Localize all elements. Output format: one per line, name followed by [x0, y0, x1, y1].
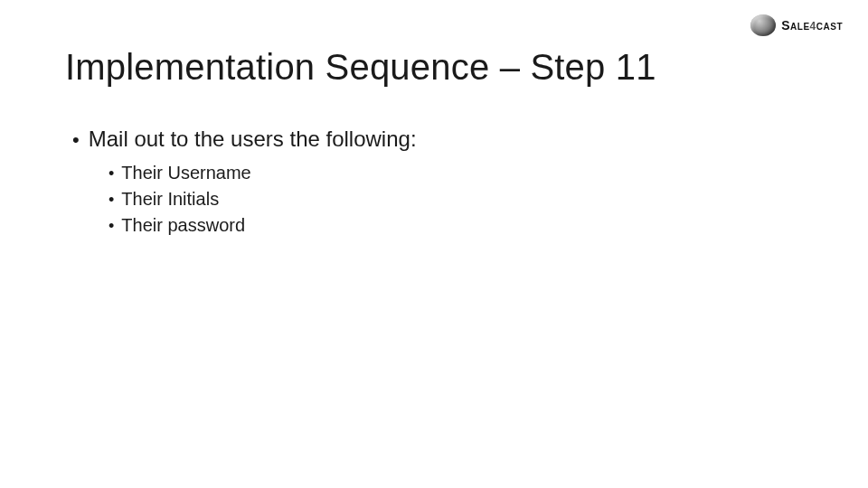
bullet-level1: Mail out to the users the following: [72, 127, 417, 153]
slide-title: Implementation Sequence – Step 11 [65, 47, 656, 88]
bullet-dot-icon [72, 127, 80, 153]
bullet-text: Their Username [121, 160, 250, 185]
brand-text-part1: Sale [781, 18, 809, 33]
bullet-level2: Their Username [108, 160, 417, 186]
bullet-dot-icon [108, 212, 114, 239]
brand-wordmark: Sale 4 cast [781, 18, 843, 33]
globe-icon [750, 14, 776, 36]
bullet-level2: Their password [108, 212, 417, 239]
brand-text-part2: 4 [810, 20, 816, 33]
slide-body: Mail out to the users the following: The… [72, 127, 417, 239]
brand-text-part3: cast [816, 18, 843, 33]
slide: Sale 4 cast Implementation Sequence – St… [0, 0, 868, 488]
sub-bullet-list: Their Username Their Initials Their pass… [108, 160, 417, 239]
bullet-text: Their password [121, 212, 245, 238]
bullet-text: Their Initials [121, 186, 219, 211]
bullet-level2: Their Initials [108, 186, 417, 212]
bullet-dot-icon [108, 160, 114, 186]
bullet-dot-icon [108, 186, 114, 212]
bullet-text: Mail out to the users the following: [89, 127, 417, 152]
brand-logo: Sale 4 cast [750, 14, 843, 36]
